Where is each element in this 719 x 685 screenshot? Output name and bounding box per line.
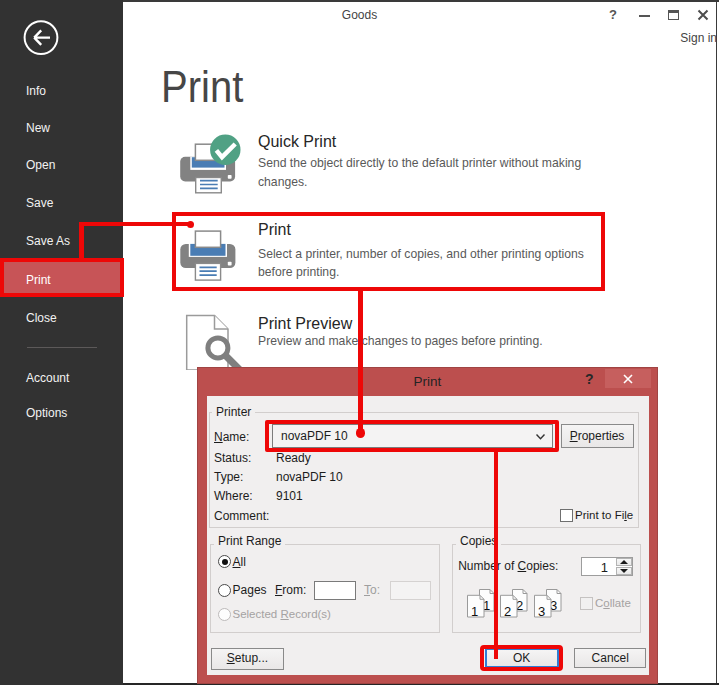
svg-text:2: 2: [504, 604, 511, 618]
svg-text:1: 1: [471, 604, 478, 618]
svg-text:3: 3: [538, 604, 545, 618]
